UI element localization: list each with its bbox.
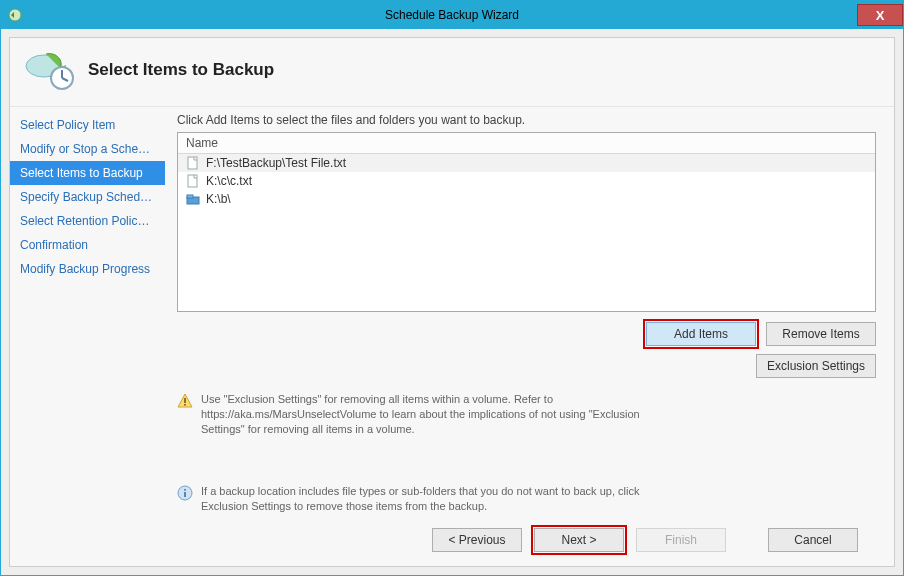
panel: Select Items to Backup Select Policy Ite…: [9, 37, 895, 567]
previous-button[interactable]: < Previous: [432, 528, 522, 552]
wizard-footer: < Previous Next > Finish Cancel: [177, 518, 876, 566]
svg-rect-14: [184, 492, 186, 497]
items-listbox[interactable]: Name F:\TestBackup\Test File.txt: [177, 132, 876, 312]
info-note: If a backup location includes file types…: [177, 484, 876, 514]
body: Select Policy Item Modify or Stop a Sche…: [10, 107, 894, 566]
exclusion-settings-button[interactable]: Exclusion Settings: [756, 354, 876, 378]
step-select-items-to-backup[interactable]: Select Items to Backup: [10, 161, 165, 185]
svg-rect-6: [188, 157, 197, 169]
step-select-policy-item[interactable]: Select Policy Item: [10, 113, 165, 137]
svg-rect-7: [188, 175, 197, 187]
list-column-header: Name: [178, 133, 875, 154]
wizard-logo-icon: [24, 48, 76, 92]
step-select-retention-policy[interactable]: Select Retention Policy (F...: [10, 209, 165, 233]
info-icon: [177, 485, 193, 501]
file-icon: [186, 156, 200, 170]
finish-button: Finish: [636, 528, 726, 552]
wizard-steps-sidebar: Select Policy Item Modify or Stop a Sche…: [10, 107, 165, 566]
list-item-label: K:\b\: [206, 192, 231, 206]
add-items-button[interactable]: Add Items: [646, 322, 756, 346]
list-item-label: K:\c\c.txt: [206, 174, 252, 188]
list-item-label: F:\TestBackup\Test File.txt: [206, 156, 346, 170]
svg-rect-9: [187, 195, 193, 198]
wizard-window: Schedule Backup Wizard X Select Items to…: [0, 0, 904, 576]
warning-note: Use "Exclusion Settings" for removing al…: [177, 392, 876, 437]
item-buttons-row: Add Items Remove Items: [177, 322, 876, 346]
instruction-text: Click Add Items to select the files and …: [177, 113, 876, 127]
list-item[interactable]: F:\TestBackup\Test File.txt: [178, 154, 875, 172]
step-confirmation[interactable]: Confirmation: [10, 233, 165, 257]
cancel-button[interactable]: Cancel: [768, 528, 858, 552]
step-specify-backup-schedule[interactable]: Specify Backup Schedule ...: [10, 185, 165, 209]
next-button[interactable]: Next >: [534, 528, 624, 552]
svg-rect-12: [184, 404, 186, 406]
exclusion-row: Exclusion Settings: [177, 354, 876, 378]
page-header: Select Items to Backup: [10, 38, 894, 107]
warning-text: Use "Exclusion Settings" for removing al…: [201, 392, 681, 437]
warning-icon: [177, 393, 193, 409]
list-item[interactable]: K:\c\c.txt: [178, 172, 875, 190]
step-modify-or-stop[interactable]: Modify or Stop a Schedul...: [10, 137, 165, 161]
list-item[interactable]: K:\b\: [178, 190, 875, 208]
list-body: F:\TestBackup\Test File.txt K:\c\c.txt: [178, 154, 875, 311]
page-title: Select Items to Backup: [88, 60, 274, 80]
title-bar: Schedule Backup Wizard X: [1, 1, 903, 29]
main-pane: Click Add Items to select the files and …: [165, 107, 894, 566]
svg-rect-11: [184, 398, 186, 403]
step-modify-backup-progress[interactable]: Modify Backup Progress: [10, 257, 165, 281]
svg-rect-15: [184, 489, 186, 491]
remove-items-button[interactable]: Remove Items: [766, 322, 876, 346]
drive-folder-icon: [186, 192, 200, 206]
window-title: Schedule Backup Wizard: [1, 8, 903, 22]
info-text: If a backup location includes file types…: [201, 484, 681, 514]
content-area: Select Items to Backup Select Policy Ite…: [1, 29, 903, 575]
file-icon: [186, 174, 200, 188]
